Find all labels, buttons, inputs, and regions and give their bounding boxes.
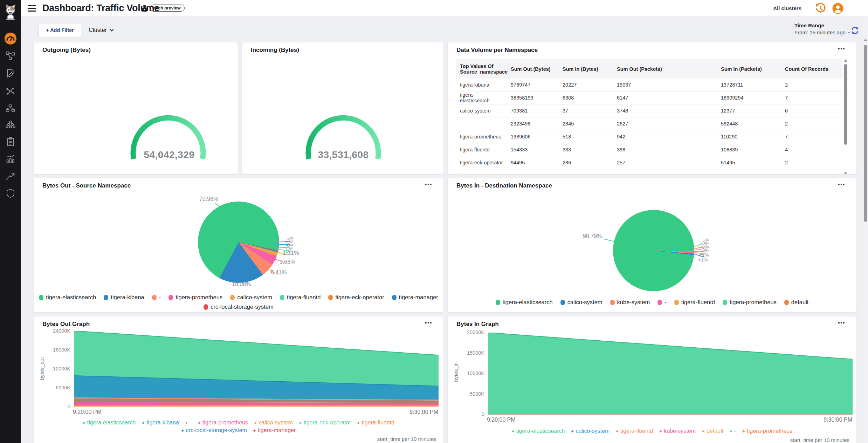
scrollbar-thumb[interactable] xyxy=(864,45,867,222)
sidebar-item-trends[interactable] xyxy=(5,171,16,181)
legend-item[interactable]: tigera-elasticsearch xyxy=(496,299,553,306)
table-row: tigera-fluentd1543333333981088394 xyxy=(456,143,842,156)
sidebar-item-dashboard-active[interactable] xyxy=(4,32,17,45)
legend-item[interactable]: tigera-manager xyxy=(392,294,438,301)
sidebar-item-network-flows[interactable] xyxy=(5,50,16,61)
legend-item[interactable]: ◆tigera-prometheus xyxy=(742,428,792,434)
column-header[interactable]: Sum In (Bytes) xyxy=(558,66,613,72)
table-row: tigera-eck-operator94495286257514952 xyxy=(456,156,842,169)
x-axis-end: 9:30:00 PM xyxy=(812,417,852,423)
legend-label: tigera-eck-operator xyxy=(335,294,384,301)
legend-item[interactable]: ◆tigera-fluentd xyxy=(616,428,653,434)
legend-item[interactable]: tigera-prometheus xyxy=(168,294,222,301)
legend-label: tigera-eck-operator xyxy=(304,420,351,426)
legend-item[interactable]: ◆- xyxy=(730,428,736,434)
legend-item[interactable]: ◆calico-system xyxy=(254,420,293,426)
legend-item[interactable]: tigera-fluentd xyxy=(674,299,715,306)
scroll-up-icon[interactable] xyxy=(844,59,847,62)
cluster-selector-label[interactable]: All clusters xyxy=(773,5,801,11)
bytes-out-area-chart[interactable] xyxy=(74,331,438,407)
table-row: calico-system709381373748123776 xyxy=(456,104,842,117)
scroll-down-icon[interactable] xyxy=(844,172,847,174)
legend-item[interactable]: ◆default xyxy=(702,428,723,434)
legend-dot xyxy=(674,300,679,305)
history-icon[interactable] xyxy=(815,3,826,14)
column-header[interactable]: Count Of Records xyxy=(781,66,842,72)
legend-item[interactable]: ◆tigera-eck-operator xyxy=(299,420,351,426)
column-header[interactable]: Sum In (Packets) xyxy=(717,66,781,72)
sidebar-item-nodes[interactable] xyxy=(5,103,16,113)
sidebar-item-endpoints[interactable] xyxy=(5,119,16,130)
column-header[interactable]: Sum Out (Bytes) xyxy=(507,66,558,72)
legend-label: tigera-fluentd xyxy=(362,420,394,426)
panel-menu-icon[interactable]: ⋯ xyxy=(838,180,845,189)
legend-item[interactable]: calico-system xyxy=(230,294,272,301)
legend-item[interactable]: ◆tigera-prometheus xyxy=(198,420,248,426)
legend-label: tigera-manager xyxy=(258,427,296,434)
table-scrollbar[interactable] xyxy=(843,59,848,174)
legend-item[interactable]: ◆kube-system xyxy=(660,428,696,434)
legend-item[interactable]: tigera-kibana xyxy=(104,294,144,301)
hamburger-menu-icon[interactable] xyxy=(28,5,36,12)
column-header[interactable]: Top Values Of Source_namespace xyxy=(456,63,507,75)
y-tick: 10000K xyxy=(451,370,484,376)
legend-item[interactable]: ◆tigera-manager xyxy=(253,427,296,434)
legend-item[interactable]: ◆tigera-kibana xyxy=(142,420,179,426)
page-scrollbar[interactable] xyxy=(863,17,868,443)
legend-item[interactable]: ◆tigera-elasticsearch xyxy=(83,420,136,426)
refresh-icon[interactable] xyxy=(850,26,860,35)
legend-item[interactable]: ◆tigera-elasticsearch xyxy=(512,428,565,434)
pie-legend-row: crc-local-storage-system xyxy=(34,304,443,310)
pie-leader-line xyxy=(241,277,242,281)
legend-marker-icon: ◆ xyxy=(616,429,618,433)
pie-label: 1.31% xyxy=(283,250,299,256)
bytes-in-area-chart[interactable] xyxy=(488,333,852,415)
column-header[interactable]: Sum Out (Packets) xyxy=(613,66,717,72)
legend-item[interactable]: tigera-fluentd xyxy=(280,294,321,301)
panel-menu-icon[interactable]: ⋯ xyxy=(425,180,432,189)
graph-legend-row: ◆tigera-elasticsearch ◆tigera-kibana ◆- … xyxy=(34,420,443,426)
scrollbar-thumb[interactable] xyxy=(844,64,847,145)
legend-marker-icon: ◆ xyxy=(702,429,704,433)
time-range-value[interactable]: From: 15 minutes ago xyxy=(794,29,850,35)
cluster-dropdown[interactable]: Cluster xyxy=(89,27,113,33)
legend-item[interactable]: - xyxy=(152,294,161,301)
legend-label: default xyxy=(707,428,723,434)
add-filter-button[interactable]: + Add Filter xyxy=(39,23,81,37)
legend-label: tigera-prometheus xyxy=(202,420,248,426)
legend-item[interactable]: default xyxy=(784,299,809,306)
legend-label: calico-system xyxy=(259,420,293,426)
legend-item[interactable]: tigera-elasticsearch xyxy=(39,294,96,301)
panel-menu-icon[interactable]: ⋯ xyxy=(838,45,845,53)
user-avatar-icon[interactable] xyxy=(832,3,843,14)
legend-label: tigera-elasticsearch xyxy=(516,428,565,434)
legend-item[interactable]: ◆tigera-fluentd xyxy=(357,420,394,426)
sidebar-item-policies[interactable] xyxy=(5,68,16,79)
sidebar-item-compliance[interactable] xyxy=(5,136,16,147)
legend-item[interactable]: ◆calico-system xyxy=(571,428,609,434)
app-sidebar xyxy=(0,0,21,443)
table-row: tigera-kibana97697472022719037137287112 xyxy=(456,79,842,91)
bytes-in-pie-chart[interactable] xyxy=(613,210,694,291)
legend-item[interactable]: kube-system xyxy=(610,299,650,306)
legend-item[interactable]: ◆crc-local-storage-system xyxy=(181,427,247,434)
legend-item[interactable]: tigera-eck-operator xyxy=(328,294,384,301)
legend-item[interactable]: crc-local-storage-system xyxy=(204,304,274,310)
legend-item[interactable]: ◆- xyxy=(185,420,192,426)
bytes-out-pie-chart[interactable] xyxy=(198,202,279,283)
panel-menu-icon[interactable]: ⋯ xyxy=(838,319,845,327)
sidebar-item-statistics[interactable] xyxy=(5,154,16,164)
panel-title: Bytes Out Graph xyxy=(42,321,90,328)
panel-menu-icon[interactable]: ⋯ xyxy=(425,319,432,327)
sidebar-item-threat-defense[interactable] xyxy=(5,188,16,198)
legend-dot xyxy=(723,300,727,305)
panel-bytes-in-graph: Bytes In Graph ⋯ bytes_in 20000K 15000K … xyxy=(447,316,857,443)
calico-cat-logo[interactable] xyxy=(3,4,18,20)
scroll-up-icon[interactable] xyxy=(864,39,867,41)
panel-title: Bytes In Graph xyxy=(456,321,499,328)
y-tick: 12000K xyxy=(37,366,70,372)
legend-item[interactable]: calico-system xyxy=(560,299,602,306)
sidebar-item-service-graph[interactable] xyxy=(5,86,16,96)
legend-item[interactable]: - xyxy=(657,299,667,306)
legend-item[interactable]: tigera-prometheus xyxy=(723,299,777,306)
